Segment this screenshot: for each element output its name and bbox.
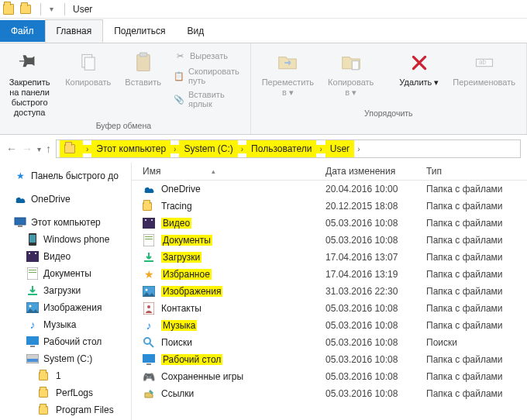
sidebar-item[interactable]: System (C:) (0, 350, 131, 367)
sidebar-quick-access[interactable]: ★ Панель быстрого до (0, 167, 131, 184)
desktop-icon (26, 336, 39, 348)
row-date: 31.03.2016 22:30 (326, 286, 426, 297)
sidebar-item[interactable]: PerfLogs (0, 384, 131, 401)
paste-button[interactable]: Вставить (120, 48, 166, 89)
list-row[interactable]: Загрузки17.04.2016 13:07Папка с файлами (132, 249, 527, 266)
svg-rect-24 (143, 218, 155, 229)
folder-icon (143, 200, 155, 212)
breadcrumb[interactable]: › Этот компьютер › System (C:) › Пользов… (56, 139, 521, 158)
title-bar: ▾ User (0, 0, 527, 19)
delete-button[interactable]: Удалить▾ (394, 48, 443, 89)
breadcrumb-item-1[interactable]: System (C:) (179, 140, 237, 157)
list-row[interactable]: Tracing20.12.2015 18:08Папка с файлами (132, 198, 527, 215)
list-row[interactable]: 🎮Сохраненные игры05.03.2016 10:08Папка с… (132, 368, 527, 385)
breadcrumb-item-3[interactable]: User (326, 140, 354, 157)
breadcrumb-item-2[interactable]: Пользователи (246, 140, 316, 157)
list-row[interactable]: Поиски05.03.2016 10:08Поиски (132, 334, 527, 351)
sidebar-item-label: System (C:) (43, 353, 92, 364)
move-to-icon (274, 50, 301, 76)
sidebar-item[interactable]: Загрузки (0, 282, 131, 299)
row-type: Папка с файлами (426, 235, 527, 246)
list-row[interactable]: OneDrive20.04.2016 10:00Папка с файлами (132, 181, 527, 198)
list-row[interactable]: Рабочий стол05.03.2016 10:08Папка с файл… (132, 351, 527, 368)
svg-rect-4 (352, 61, 359, 70)
row-type: Папка с файлами (426, 303, 527, 314)
desktop-icon (143, 353, 155, 366)
new-folder-icon[interactable] (20, 2, 34, 16)
row-name: Контакты (161, 303, 202, 314)
breadcrumb-root-icon[interactable] (60, 140, 83, 157)
row-name: Избранное (161, 269, 212, 280)
list-row[interactable]: Видео05.03.2016 10:08Папка с файлами (132, 215, 527, 232)
sidebar-item-label: Windows phone (43, 234, 109, 245)
copy-path-button[interactable]: 📋 Скопировать путь (170, 65, 244, 87)
sidebar-item[interactable]: ♪Музыка (0, 316, 131, 333)
nav-history-icon[interactable]: ▾ (37, 145, 41, 153)
doc-icon (143, 234, 155, 246)
list-row[interactable]: ★Избранное17.04.2016 13:19Папка с файлам… (132, 266, 527, 283)
nav-forward-icon[interactable]: → (22, 143, 33, 155)
tab-share[interactable]: Поделиться (103, 20, 176, 42)
rename-button[interactable]: ab Переименовать (448, 48, 520, 89)
window-title: User (73, 4, 92, 15)
sidebar-item[interactable]: Program Files (0, 401, 131, 418)
sidebar-item[interactable]: Документы (0, 265, 131, 282)
sidebar-item[interactable]: Видео (0, 248, 131, 265)
group-organize-label: Упорядочить (364, 108, 412, 120)
list-row[interactable]: Контакты05.03.2016 10:08Папка с файлами (132, 300, 527, 317)
row-name: Музыка (161, 320, 197, 331)
menu-row: Файл Главная Поделиться Вид (0, 19, 527, 43)
svg-rect-21 (30, 346, 35, 347)
phone-icon (26, 233, 39, 246)
sidebar-item[interactable]: Изображения (0, 299, 131, 316)
sidebar-item[interactable]: Windows phone (0, 231, 131, 248)
column-date[interactable]: Дата изменения (326, 166, 426, 177)
list-row[interactable]: Документы05.03.2016 10:08Папка с файлами (132, 232, 527, 249)
title-bar-separator (40, 3, 41, 15)
column-name[interactable]: Имя▴ (132, 166, 326, 177)
dropdown-icon[interactable]: ▾ (44, 2, 58, 16)
chevron-right-icon[interactable]: › (316, 145, 325, 153)
move-to-button[interactable]: Переместить в ▾ (257, 48, 319, 99)
copy-to-button[interactable]: Копировать в ▾ (323, 48, 378, 99)
copy-to-label: Копировать в ▾ (328, 77, 374, 98)
tab-view[interactable]: Вид (176, 20, 215, 42)
tab-home[interactable]: Главная (45, 19, 104, 43)
chevron-right-icon[interactable]: › (354, 145, 363, 153)
sidebar-onedrive[interactable]: OneDrive (0, 191, 131, 208)
svg-rect-1 (84, 57, 95, 70)
sidebar-item-label: 1 (56, 370, 61, 381)
list-row[interactable]: Изображения31.03.2016 22:30Папка с файла… (132, 283, 527, 300)
music-icon: ♪ (26, 318, 39, 331)
title-bar-separator-2 (64, 3, 65, 15)
nav-back-icon[interactable]: ← (6, 143, 17, 155)
chevron-right-icon[interactable]: › (170, 145, 179, 153)
row-date: 05.03.2016 10:08 (326, 337, 426, 348)
video-icon (143, 217, 155, 229)
sidebar-this-pc[interactable]: Этот компьютер (0, 214, 131, 231)
tab-file[interactable]: Файл (0, 20, 45, 42)
svg-rect-17 (28, 294, 37, 295)
image-icon (143, 285, 155, 298)
sidebar-item-label: Музыка (43, 319, 76, 330)
column-type[interactable]: Тип (426, 166, 527, 177)
nav-up-icon[interactable]: ↑ (46, 143, 51, 155)
row-type: Папка с файлами (426, 388, 527, 399)
ribbon-group-clipboard: Закрепить на панели быстрого доступа Коп… (0, 43, 251, 134)
pin-button[interactable]: Закрепить на панели быстрого доступа (3, 48, 56, 119)
cut-button[interactable]: ✂ Вырезать (170, 48, 244, 64)
svg-rect-15 (29, 270, 36, 270)
copy-button[interactable]: Копировать (60, 48, 115, 89)
sidebar-item[interactable]: Рабочий стол (0, 333, 131, 350)
sidebar-item[interactable]: 1 (0, 367, 131, 384)
chevron-right-icon[interactable]: › (238, 145, 246, 153)
star-icon: ★ (143, 268, 155, 281)
row-date: 17.04.2016 13:07 (326, 252, 426, 263)
breadcrumb-item-0[interactable]: Этот компьютер (91, 140, 170, 157)
chevron-right-icon[interactable]: › (83, 145, 91, 153)
list-row[interactable]: ♪Музыка05.03.2016 10:08Папка с файлами (132, 317, 527, 334)
list-row[interactable]: Ссылки05.03.2016 10:08Папка с файлами (132, 385, 527, 402)
row-type: Папка с файлами (426, 320, 527, 331)
paste-shortcut-button[interactable]: 📎 Вставить ярлык (170, 88, 244, 110)
sidebar-item-label: Документы (43, 268, 91, 279)
